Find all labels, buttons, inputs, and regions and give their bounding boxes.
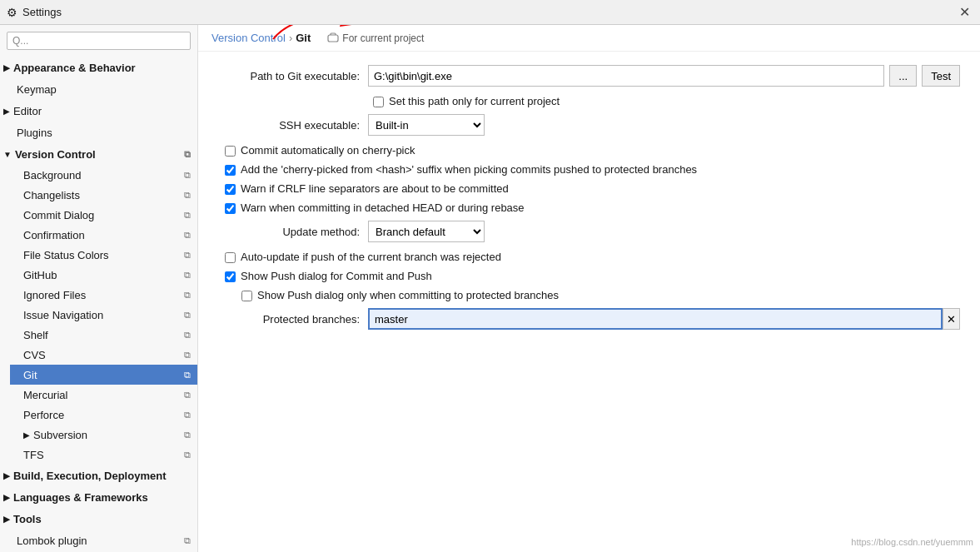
sidebar-item-mercurial[interactable]: Mercurial ⧉ xyxy=(10,385,197,405)
page-icon: ⧉ xyxy=(184,310,191,321)
set-path-only-checkbox[interactable] xyxy=(373,97,384,107)
sidebar-item-label: Subversion xyxy=(33,429,87,441)
sidebar-item-cvs[interactable]: CVS ⧉ xyxy=(10,345,197,365)
sidebar-item-build-exec-deploy[interactable]: ▶ Build, Execution, Deployment xyxy=(0,465,197,486)
update-method-label: Update method: xyxy=(225,226,368,238)
page-icon: ⧉ xyxy=(184,250,191,261)
ssh-executable-controls: Built-in Native xyxy=(368,114,960,136)
breadcrumb-root[interactable]: Version Control xyxy=(211,32,286,44)
page-icon: ⧉ xyxy=(184,290,191,301)
sidebar-item-label: Keymap xyxy=(17,83,57,96)
watermark: https://blog.csdn.net/yuemmm xyxy=(851,537,973,547)
warn-detached-head-row: Warn when committing in detached HEAD or… xyxy=(218,201,960,214)
set-path-only-checkbox-row: Set this path only for current project xyxy=(218,95,960,107)
cherry-pick-auto-commit-label: Commit automatically on cherry-pick xyxy=(241,144,415,157)
settings-body: Path to Git executable: ... Test Set thi… xyxy=(198,52,980,552)
sidebar-item-background[interactable]: Background ⧉ xyxy=(10,165,197,185)
page-icon: ⧉ xyxy=(184,190,191,201)
sidebar-item-keymap[interactable]: Keymap xyxy=(0,78,197,100)
sidebar-item-version-control[interactable]: ▼ Version Control ⧉ xyxy=(0,143,197,165)
warn-crlf-checkbox[interactable] xyxy=(225,184,236,195)
protected-branches-label: Protected branches: xyxy=(218,313,368,326)
path-to-git-input[interactable] xyxy=(368,65,884,87)
main-layout: ▶ Appearance & Behavior Keymap ▶ Editor … xyxy=(0,25,980,552)
sidebar-item-lombok-plugin[interactable]: Lombok plugin ⧉ xyxy=(0,530,197,551)
protected-branches-row: Protected branches: ✕ xyxy=(218,308,960,330)
test-button[interactable]: Test xyxy=(922,65,960,87)
close-button[interactable]: ✕ xyxy=(956,4,973,20)
sidebar-item-label: Mercurial xyxy=(23,389,67,401)
sidebar-item-issue-navigation[interactable]: Issue Navigation ⧉ xyxy=(10,305,197,325)
search-input[interactable] xyxy=(7,32,191,50)
sidebar-item-git[interactable]: Git ⧉ xyxy=(10,365,197,385)
sidebar-item-label: Editor xyxy=(13,105,42,117)
expand-arrow-icon: ▶ xyxy=(3,107,10,116)
sidebar-item-label: Git xyxy=(23,369,37,381)
page-icon: ⧉ xyxy=(184,230,191,241)
update-method-select[interactable]: Branch default Merge Rebase xyxy=(368,221,485,242)
show-push-dialog-checkbox[interactable] xyxy=(225,271,236,282)
path-to-git-controls: ... Test xyxy=(368,65,960,87)
breadcrumb-separator: › xyxy=(289,32,292,44)
path-to-git-label: Path to Git executable: xyxy=(218,70,368,82)
expand-arrow-icon: ▶ xyxy=(3,493,10,502)
warn-crlf-label: Warn if CRLF line separators are about t… xyxy=(241,182,509,195)
sidebar-item-label: CVS xyxy=(23,349,46,361)
sidebar-item-shelf[interactable]: Shelf ⧉ xyxy=(10,325,197,345)
path-to-git-row: Path to Git executable: ... Test xyxy=(218,65,960,87)
page-icon: ⧉ xyxy=(184,535,191,546)
sidebar-item-confirmation[interactable]: Confirmation ⧉ xyxy=(10,225,197,245)
breadcrumb: Version Control › Git For current projec… xyxy=(198,25,980,52)
breadcrumb-current: Git xyxy=(296,32,311,44)
title-bar: ⚙ Settings ✕ xyxy=(0,0,980,25)
sidebar-item-label: Ignored Files xyxy=(23,289,86,301)
sidebar-item-tools[interactable]: ▶ Tools xyxy=(0,508,197,530)
ssh-executable-select[interactable]: Built-in Native xyxy=(368,114,485,136)
sidebar-item-tfs[interactable]: TFS ⧉ xyxy=(10,445,197,465)
sidebar-item-label: File Status Colors xyxy=(23,249,109,261)
sidebar: ▶ Appearance & Behavior Keymap ▶ Editor … xyxy=(0,25,198,552)
cherry-pick-hash-checkbox[interactable] xyxy=(225,165,236,176)
warn-crlf-row: Warn if CRLF line separators are about t… xyxy=(218,182,960,195)
clear-protected-button[interactable]: ✕ xyxy=(943,308,960,330)
show-push-dialog-only-row: Show Push dialog only when committing to… xyxy=(218,289,960,301)
sidebar-item-editor[interactable]: ▶ Editor xyxy=(0,100,197,122)
version-control-subitems: Background ⧉ Changelists ⧉ Commit Dialog… xyxy=(0,165,197,465)
ssh-executable-label: SSH executable: xyxy=(218,119,368,132)
sidebar-item-label: Confirmation xyxy=(23,229,85,241)
sidebar-item-commit-dialog[interactable]: Commit Dialog ⧉ xyxy=(10,205,197,225)
sidebar-item-ignored-files[interactable]: Ignored Files ⧉ xyxy=(10,285,197,305)
sidebar-item-label: Lombok plugin xyxy=(17,535,87,547)
browse-button[interactable]: ... xyxy=(889,65,917,87)
sidebar-item-label: Background xyxy=(23,169,81,182)
cherry-pick-hash-label: Add the 'cherry-picked from <hash>' suff… xyxy=(241,163,697,176)
protected-branches-input[interactable] xyxy=(368,308,943,330)
sidebar-section-label: Build, Execution, Deployment xyxy=(13,470,166,482)
page-icon: ⧉ xyxy=(184,390,191,400)
sidebar-item-github[interactable]: GitHub ⧉ xyxy=(10,265,197,285)
title-bar-title: Settings xyxy=(22,6,956,18)
expand-arrow-icon: ▶ xyxy=(3,63,10,72)
show-push-dialog-only-label: Show Push dialog only when committing to… xyxy=(257,289,559,301)
sidebar-item-subversion[interactable]: ▶ Subversion ⧉ xyxy=(10,425,197,445)
sidebar-item-appearance-behavior[interactable]: ▶ Appearance & Behavior xyxy=(0,57,197,78)
sidebar-item-languages-frameworks[interactable]: ▶ Languages & Frameworks xyxy=(0,486,197,508)
page-icon: ⧉ xyxy=(184,330,191,341)
show-push-dialog-label: Show Push dialog for Commit and Push xyxy=(241,270,432,282)
cherry-pick-auto-commit-checkbox[interactable] xyxy=(225,146,236,157)
auto-update-rejected-label: Auto-update if push of the current branc… xyxy=(241,251,501,263)
show-push-dialog-only-checkbox[interactable] xyxy=(241,291,252,301)
breadcrumb-tag: For current project xyxy=(324,32,424,44)
sidebar-item-label: Plugins xyxy=(17,127,52,139)
page-icon: ⧉ xyxy=(184,350,191,361)
sidebar-item-plugins[interactable]: Plugins xyxy=(0,122,197,143)
sidebar-item-changelists[interactable]: Changelists ⧉ xyxy=(10,185,197,205)
sidebar-item-label: Shelf xyxy=(23,329,48,341)
sidebar-item-perforce[interactable]: Perforce ⧉ xyxy=(10,405,197,425)
sidebar-section-label: Appearance & Behavior xyxy=(13,62,136,74)
warn-detached-head-checkbox[interactable] xyxy=(225,203,236,214)
page-icon: ⧉ xyxy=(184,270,191,281)
auto-update-rejected-checkbox[interactable] xyxy=(225,252,236,263)
sidebar-section-label: Tools xyxy=(13,513,42,525)
sidebar-item-file-status-colors[interactable]: File Status Colors ⧉ xyxy=(10,245,197,265)
